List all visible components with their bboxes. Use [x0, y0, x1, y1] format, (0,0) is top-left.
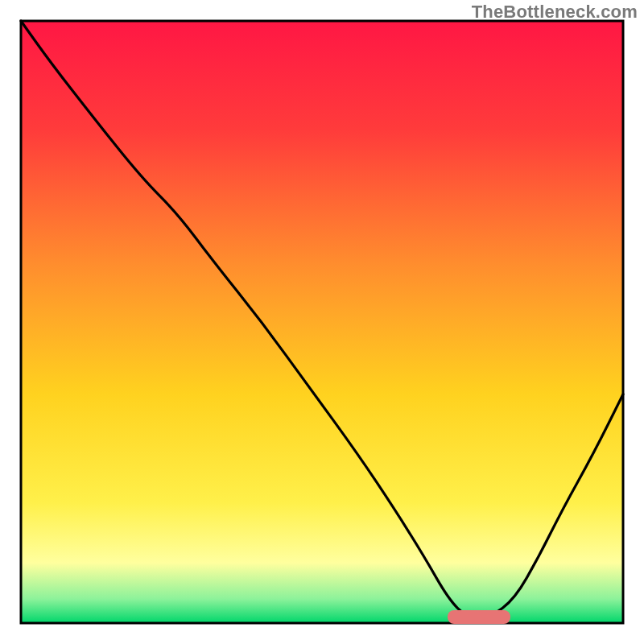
gradient-background	[21, 21, 623, 623]
watermark-text: TheBottleneck.com	[472, 2, 638, 23]
bottleneck-curve-chart	[0, 0, 644, 644]
optimal-marker	[448, 610, 510, 624]
chart-container: TheBottleneck.com	[0, 0, 644, 644]
